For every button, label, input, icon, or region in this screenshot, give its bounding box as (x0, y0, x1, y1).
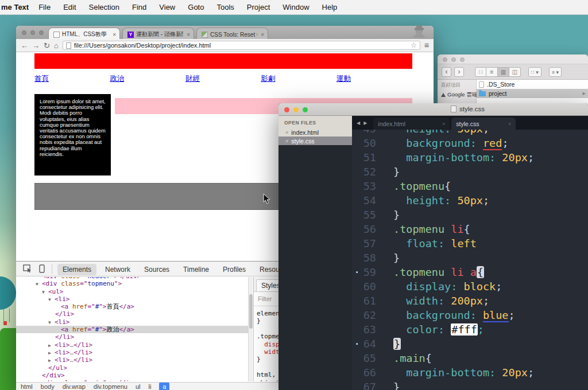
tab-close-icon[interactable]: × (508, 121, 511, 127)
dom-tree-row[interactable]: </div> (16, 372, 248, 379)
dom-tree-row[interactable]: ▶<li>…</li> (16, 341, 248, 349)
code-line[interactable]: 63 color: #fff; (352, 322, 588, 337)
tab-close-icon[interactable]: × (260, 32, 264, 38)
devtools-tab-sources[interactable]: Sources (139, 264, 175, 275)
zoom-icon[interactable] (303, 107, 308, 112)
dom-tree-row[interactable]: </li> (16, 310, 248, 318)
browser-tab[interactable]: Y運動新聞 - 頭條新聞 - Yaho× (122, 28, 194, 39)
open-file-item[interactable]: ×style.css (278, 136, 352, 145)
home-icon[interactable]: ⌂ (54, 42, 59, 49)
finder-file-row[interactable]: .DS_Store (477, 80, 588, 89)
finder-action-dropdown[interactable]: ≡ ▾ (549, 67, 562, 77)
page-nav-link[interactable]: 首頁 (34, 74, 110, 84)
menubar-item[interactable]: View (153, 3, 181, 11)
menubar-item[interactable]: Project (241, 3, 276, 11)
open-file-item[interactable]: ×index.html (278, 128, 352, 136)
view-coverflow-icon[interactable]: ◫ (509, 67, 521, 77)
bookmark-star-icon[interactable]: ☆ (411, 41, 417, 49)
devtools-scrollbar[interactable] (248, 277, 253, 381)
code-line[interactable]: 66 margin-bottom: 20px; (352, 365, 588, 380)
dom-tree-row[interactable]: ▼<li> (16, 318, 248, 326)
tree-expanded-icon[interactable]: ▼ (36, 280, 42, 288)
browser-tab[interactable]: HTML、CSS教學× (48, 28, 120, 39)
view-columns-icon[interactable]: ▥ (498, 67, 509, 77)
tab-close-icon[interactable]: × (185, 32, 190, 38)
code-line[interactable]: 57 float: left (352, 236, 588, 251)
menubar-item[interactable]: Selection (83, 3, 126, 11)
code-line[interactable]: 52} (352, 165, 588, 179)
tab-close-icon[interactable]: × (442, 121, 445, 127)
back-icon[interactable]: ← (21, 42, 28, 49)
dom-tree-row[interactable]: ▼<div class="topmenu"> (16, 280, 248, 287)
devtools-tab-timeline[interactable]: Timeline (178, 264, 214, 275)
code-line[interactable]: 51 margin-bottom: 20px; (352, 150, 588, 165)
tree-expanded-icon[interactable]: ▼ (48, 319, 55, 326)
code-line[interactable]: ·64} (352, 337, 588, 351)
sublime-editor[interactable]: 49 height: 50px;50 background: red;51 ma… (352, 130, 588, 390)
sidebar-item-google-drive[interactable]: Google 雲端硬碟 (441, 91, 476, 99)
chrome-traffic-lights[interactable] (22, 30, 44, 35)
dom-tree-row[interactable]: <a href="#">政治</a> (16, 326, 248, 333)
close-icon[interactable] (443, 57, 447, 62)
code-line[interactable]: 50 background: red; (352, 136, 588, 150)
breadcrumb-item[interactable]: a (159, 383, 169, 390)
file-close-icon[interactable]: × (285, 130, 288, 135)
menubar-item[interactable]: Tools (210, 3, 240, 11)
view-grid-icon[interactable]: ∷ (475, 67, 486, 77)
zoom-icon[interactable] (460, 57, 465, 62)
device-toolbar-icon[interactable] (39, 264, 45, 273)
view-list-icon[interactable]: ≡ (486, 67, 498, 77)
editor-tab[interactable]: index.html× (373, 118, 450, 130)
breadcrumb-item[interactable]: div.wrap (63, 383, 86, 390)
tab-close-icon[interactable]: × (111, 32, 116, 38)
finder-traffic-lights[interactable] (443, 57, 465, 62)
page-nav-link[interactable]: 財經 (185, 74, 261, 84)
devtools-tab-elements[interactable]: Elements (57, 264, 96, 275)
code-line[interactable]: 56.topmenu li{ (352, 222, 588, 236)
finder-file-row[interactable]: project▶ (477, 89, 588, 98)
menubar-item[interactable]: Find (126, 3, 153, 11)
sublime-traffic-lights[interactable] (284, 107, 308, 112)
tree-collapsed-icon[interactable]: ▶ (48, 349, 55, 357)
close-icon[interactable] (284, 107, 289, 112)
tree-expanded-icon[interactable]: ▼ (42, 288, 48, 296)
forward-icon[interactable]: → (32, 42, 40, 49)
breadcrumb-item[interactable]: div.topmenu (94, 383, 127, 390)
reload-icon[interactable]: ↻ (44, 42, 50, 49)
code-line[interactable]: 65.main{ (352, 351, 588, 365)
code-line[interactable]: 61 width: 200px; (352, 294, 588, 308)
zoom-icon[interactable] (39, 30, 44, 35)
breadcrumb-item[interactable]: html (21, 383, 33, 390)
code-line[interactable]: 67} (352, 380, 588, 390)
tree-collapsed-icon[interactable]: ▶ (36, 380, 42, 381)
inspect-element-icon[interactable] (23, 264, 32, 273)
page-nav-link[interactable]: 運動 (336, 74, 412, 84)
dom-tree-row[interactable]: </ul> (16, 364, 248, 372)
dom-tree-row[interactable]: ▼<ul> (16, 288, 248, 295)
finder-arrange-dropdown[interactable]: ∷ ▾ (528, 67, 541, 77)
menubar-app-name[interactable]: me Text (1, 3, 29, 11)
close-icon[interactable] (22, 30, 26, 35)
dom-tree-row[interactable]: <a href="#">首頁</a> (16, 303, 248, 310)
devtools-tab-profiles[interactable]: Profiles (218, 264, 251, 275)
page-nav-link[interactable]: 影劇 (261, 74, 337, 84)
menubar-item[interactable]: File (32, 3, 57, 11)
code-line[interactable]: 62 background: blue; (352, 308, 588, 322)
dom-tree-row[interactable]: ▶<div class="main">…</div> (16, 379, 248, 381)
sublime-titlebar[interactable]: style.css (278, 103, 588, 116)
devtools-tab-network[interactable]: Network (100, 264, 136, 275)
code-line[interactable]: 53.topmenu{ (352, 179, 588, 193)
browser-tab[interactable]: CSS Tools: Reset CSS× (196, 28, 268, 39)
url-bar[interactable]: file:///Users/gonsakon/Desktop/project/i… (63, 41, 420, 50)
dom-tree-row[interactable]: </li> (16, 333, 248, 341)
code-line[interactable]: 55} (352, 208, 588, 222)
code-line[interactable]: 60 display: block; (352, 279, 588, 294)
code-line[interactable]: ·59.topmenu li a{ (352, 265, 588, 279)
tree-collapsed-icon[interactable]: ▶ (48, 342, 55, 349)
tree-expanded-icon[interactable]: ▼ (48, 296, 55, 303)
breadcrumb-item[interactable]: li (148, 383, 151, 390)
tab-prev-icon[interactable]: ◀ (357, 120, 363, 126)
menubar-item[interactable]: Edit (57, 3, 82, 11)
menubar-item[interactable]: Goto (181, 3, 210, 11)
minimize-icon[interactable] (30, 30, 35, 35)
